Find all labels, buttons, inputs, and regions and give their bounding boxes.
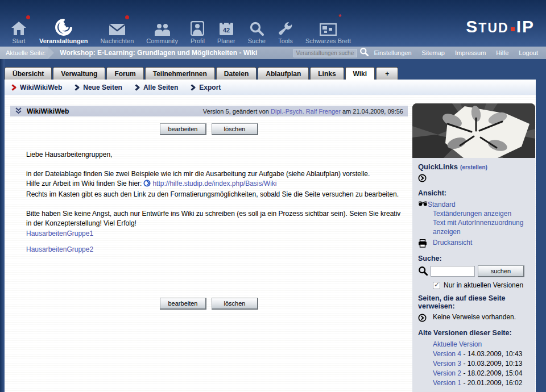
backlinks-empty-text: Keine Verweise vorhanden. xyxy=(433,313,516,321)
view-links: Standard Textänderungen anzeigen Text mi… xyxy=(433,200,530,236)
chevron-right-icon xyxy=(135,84,140,91)
current-versions-checkbox[interactable] xyxy=(433,282,440,289)
mail-icon xyxy=(109,16,126,36)
version-date: - 10.03.2009, 10:13 xyxy=(461,360,522,368)
nav-item-start[interactable]: Start xyxy=(5,16,33,44)
tab-dateien[interactable]: Dateien xyxy=(216,67,257,80)
wiki-page-title: WikiWikiWeb xyxy=(27,107,203,115)
version-suffix: am 21.04.2009, 09:56 xyxy=(341,108,403,115)
version-link[interactable]: Version 4 xyxy=(433,349,461,359)
breadcrumb-arrow-icon xyxy=(48,47,54,59)
edit-button[interactable]: bearbeiten xyxy=(160,298,206,310)
print-view-link[interactable]: Druckansicht xyxy=(433,239,472,247)
hands-writing-photo xyxy=(412,103,535,158)
view-standard-link[interactable]: Standard xyxy=(428,200,456,209)
wiki-text: Liebe Hausarbeitengruppen, in der Dateia… xyxy=(26,150,402,238)
nav-label: Tools xyxy=(278,37,293,44)
action-buttons-top: bearbeiten löschen xyxy=(10,123,408,135)
search-icon xyxy=(418,266,428,277)
view-changes-link[interactable]: Textänderungen anzeigen xyxy=(433,209,511,218)
nav-item-planer[interactable]: 42 Planer xyxy=(211,16,242,44)
version-link[interactable]: Version 3 xyxy=(433,359,461,369)
nav-label: Schwarzes Brett xyxy=(305,37,351,44)
main-area: WikiWikiWeb Neue Seiten Alle Seiten Expo… xyxy=(5,80,536,392)
search-heading: Suche: xyxy=(418,255,530,262)
courses-icon xyxy=(55,16,72,36)
action-buttons-bottom: bearbeiten löschen xyxy=(10,298,408,310)
search-option-row: Nur in aktuellen Versionen xyxy=(433,281,530,289)
quicklinks-row: QuickLinks(erstellen) xyxy=(418,162,530,171)
nav-label: Planer xyxy=(217,37,235,44)
profile-icon xyxy=(191,16,204,36)
version-link[interactable]: Version 2 xyxy=(433,369,461,378)
delete-button[interactable]: löschen xyxy=(212,298,258,310)
versions-heading: Alte Versionen dieser Seite: xyxy=(418,329,530,337)
tab-add[interactable]: + xyxy=(376,67,398,80)
nav-item-schwarzes-brett[interactable]: * Schwarzes Brett xyxy=(299,16,357,44)
wiki-search-button[interactable]: suchen xyxy=(478,265,524,277)
version-info: Version 5, geändert von Dipl.-Psych. Ral… xyxy=(203,108,403,115)
link-hilfe[interactable]: Hilfe xyxy=(496,49,508,56)
course-tabs: Übersicht Verwaltung Forum TeilnehmerInn… xyxy=(5,67,399,80)
top-navigation: Start Veranstaltungen Nachrichten xyxy=(5,16,357,44)
wikinav-wikiwikiweb[interactable]: WikiWikiWeb xyxy=(11,84,62,91)
search-icon[interactable] xyxy=(359,47,369,59)
arrow-circle-icon[interactable] xyxy=(418,173,433,184)
edit-button[interactable]: bearbeiten xyxy=(160,123,206,135)
wiki-page-header: WikiWikiWeb Version 5, geändert von Dipl… xyxy=(10,106,408,116)
logo-part: TUD xyxy=(478,20,508,35)
wiki-nav-row: WikiWikiWeb Neue Seiten Alle Seiten Expo… xyxy=(5,80,536,95)
arrow-circle-icon xyxy=(418,313,433,324)
utility-links: Einstellungen Sitemap Impressum Hilfe Lo… xyxy=(374,49,539,56)
quicklinks-create-link[interactable]: (erstellen) xyxy=(460,164,487,170)
wiki-link-gruppe2[interactable]: HausarbeitenGruppe2 xyxy=(26,245,93,253)
nav-item-profil[interactable]: Profil xyxy=(184,16,211,44)
glasses-icon xyxy=(418,200,428,209)
link-impressum[interactable]: Impressum xyxy=(455,49,486,56)
collapse-chevrons-icon[interactable] xyxy=(15,106,22,116)
link-sitemap[interactable]: Sitemap xyxy=(422,49,445,56)
wiki-link-gruppe1[interactable]: HausarbeitenGruppe1 xyxy=(26,230,93,237)
tab-uebersicht[interactable]: Übersicht xyxy=(5,67,52,80)
tab-verwaltung[interactable]: Verwaltung xyxy=(53,67,105,80)
tab-wiki[interactable]: Wiki xyxy=(345,67,375,80)
view-heading: Ansicht: xyxy=(418,189,530,197)
svg-text:42: 42 xyxy=(223,27,230,34)
tab-ablaufplan[interactable]: Ablaufplan xyxy=(258,67,309,80)
logo-part: IP xyxy=(516,17,535,36)
tab-forum[interactable]: Forum xyxy=(106,67,143,80)
wikinav-export[interactable]: Export xyxy=(191,84,221,91)
wiki-search-input[interactable] xyxy=(431,266,475,277)
tab-links[interactable]: Links xyxy=(310,67,344,80)
author-link[interactable]: Dipl.-Psych. Ralf Frenger xyxy=(271,108,341,115)
nav-item-community[interactable]: Community xyxy=(140,16,184,44)
logo-red-dot xyxy=(511,27,515,31)
nav-item-nachrichten[interactable]: Nachrichten xyxy=(94,16,140,44)
view-authors-link[interactable]: Text mit AutorInnenzuordnung anzeigen xyxy=(433,218,530,236)
link-logout[interactable]: Logout xyxy=(519,49,538,56)
pinboard-icon: * xyxy=(320,16,337,36)
notification-dot xyxy=(26,15,30,19)
nav-item-veranstaltungen[interactable]: Veranstaltungen xyxy=(33,16,94,44)
tab-teilnehmerinnen[interactable]: TeilnehmerInnen xyxy=(145,67,215,80)
version-link[interactable]: Aktuelle Version xyxy=(433,340,482,349)
nav-item-tools[interactable]: Tools xyxy=(272,16,299,44)
notification-star: * xyxy=(338,12,341,21)
version-date: - 18.02.2009, 15:04 xyxy=(461,369,522,377)
help-link[interactable]: http://hilfe.studip.de/index.php/Basis/W… xyxy=(152,180,276,187)
version-row: Version 4 - 14.03.2009, 10:43 xyxy=(433,349,530,359)
sidebar-photo xyxy=(412,103,535,158)
wikinav-alle-seiten[interactable]: Alle Seiten xyxy=(135,84,178,91)
delete-button[interactable]: löschen xyxy=(212,123,258,135)
version-row: Version 2 - 18.02.2009, 15:04 xyxy=(433,369,530,378)
external-link-icon xyxy=(143,180,151,190)
course-search-input[interactable] xyxy=(293,49,357,57)
link-einstellungen[interactable]: Einstellungen xyxy=(374,49,412,56)
paragraph: Bitte haben Sie keine Angst, auch nur En… xyxy=(26,209,402,228)
home-icon xyxy=(11,16,27,36)
nav-label: Suche xyxy=(248,37,266,44)
nav-item-suche[interactable]: Suche xyxy=(242,16,272,44)
quicklinks-empty-row xyxy=(418,173,530,184)
version-link[interactable]: Version 1 xyxy=(433,378,461,388)
wikinav-neue-seiten[interactable]: Neue Seiten xyxy=(75,84,122,91)
